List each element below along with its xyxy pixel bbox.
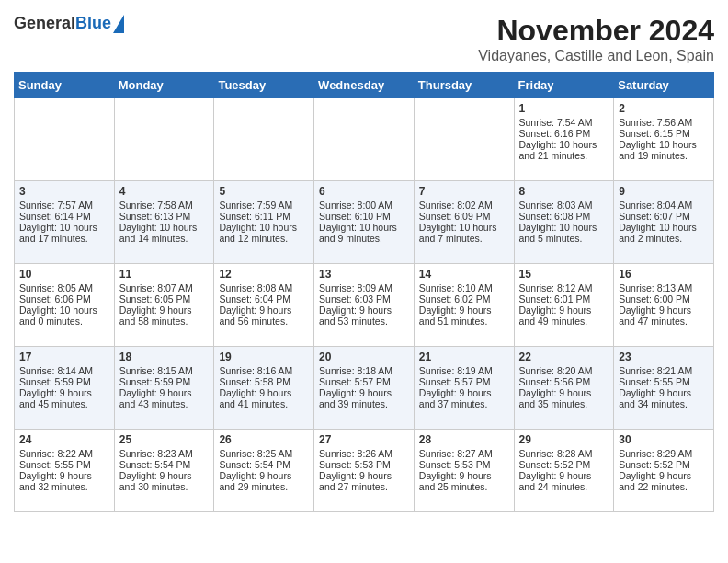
sunset-text: Sunset: 5:57 PM <box>419 376 509 387</box>
calendar-week-3: 10Sunrise: 8:05 AMSunset: 6:06 PMDayligh… <box>15 264 714 347</box>
sunrise-text: Sunrise: 8:03 AM <box>519 200 609 211</box>
col-thursday: Thursday <box>414 73 514 98</box>
sunrise-text: Sunrise: 8:19 AM <box>419 365 509 376</box>
sunrise-text: Sunrise: 8:27 AM <box>419 448 509 459</box>
logo-triangle-icon <box>113 15 124 33</box>
daylight-text: Daylight: 10 hours and 7 minutes. <box>419 222 509 244</box>
daylight-text: Daylight: 9 hours and 58 minutes. <box>119 304 210 327</box>
calendar-cell: 11Sunrise: 8:07 AMSunset: 6:05 PMDayligh… <box>114 264 214 347</box>
calendar-cell: 1Sunrise: 7:54 AMSunset: 6:16 PMDaylight… <box>514 98 614 181</box>
logo-text: GeneralBlue <box>14 14 111 33</box>
col-tuesday: Tuesday <box>214 73 314 98</box>
daylight-text: Daylight: 9 hours and 35 minutes. <box>519 387 609 409</box>
title-area: November 2024 Vidayanes, Castille and Le… <box>478 14 714 64</box>
sunset-text: Sunset: 5:59 PM <box>119 376 210 387</box>
sunrise-text: Sunrise: 8:29 AM <box>619 448 709 459</box>
sunset-text: Sunset: 5:53 PM <box>319 459 409 470</box>
logo-general: General <box>14 14 75 32</box>
calendar-cell: 10Sunrise: 8:05 AMSunset: 6:06 PMDayligh… <box>15 264 115 347</box>
daylight-text: Daylight: 9 hours and 39 minutes. <box>319 387 409 409</box>
sunrise-text: Sunrise: 8:14 AM <box>19 365 109 376</box>
calendar-cell: 28Sunrise: 8:27 AMSunset: 5:53 PMDayligh… <box>414 430 514 512</box>
calendar-cell: 25Sunrise: 8:23 AMSunset: 5:54 PMDayligh… <box>114 430 214 512</box>
day-number: 20 <box>319 350 409 363</box>
page-title: November 2024 <box>478 14 714 48</box>
calendar-cell: 23Sunrise: 8:21 AMSunset: 5:55 PMDayligh… <box>614 347 714 430</box>
sunrise-text: Sunrise: 7:59 AM <box>219 200 309 211</box>
sunrise-text: Sunrise: 7:57 AM <box>19 200 109 211</box>
sunrise-text: Sunrise: 8:00 AM <box>319 200 409 211</box>
sunset-text: Sunset: 5:54 PM <box>119 459 210 470</box>
calendar-cell: 26Sunrise: 8:25 AMSunset: 5:54 PMDayligh… <box>214 430 314 512</box>
sunrise-text: Sunrise: 8:16 AM <box>219 365 309 376</box>
day-number: 14 <box>419 268 509 281</box>
calendar-cell: 8Sunrise: 8:03 AMSunset: 6:08 PMDaylight… <box>514 181 614 264</box>
calendar-cell: 5Sunrise: 7:59 AMSunset: 6:11 PMDaylight… <box>214 181 314 264</box>
sunrise-text: Sunrise: 8:22 AM <box>19 448 109 459</box>
day-number: 27 <box>319 433 409 446</box>
daylight-text: Daylight: 9 hours and 27 minutes. <box>319 470 409 492</box>
sunset-text: Sunset: 6:15 PM <box>619 128 709 139</box>
sunset-text: Sunset: 6:11 PM <box>219 211 309 222</box>
daylight-text: Daylight: 9 hours and 43 minutes. <box>119 387 210 409</box>
calendar-cell <box>15 98 115 181</box>
sunrise-text: Sunrise: 8:25 AM <box>219 448 309 459</box>
calendar-cell: 16Sunrise: 8:13 AMSunset: 6:00 PMDayligh… <box>614 264 714 347</box>
day-number: 22 <box>519 350 609 363</box>
day-number: 16 <box>619 268 709 281</box>
day-number: 5 <box>219 185 309 198</box>
col-friday: Friday <box>514 73 614 98</box>
day-number: 8 <box>519 185 609 198</box>
daylight-text: Daylight: 9 hours and 53 minutes. <box>319 304 409 327</box>
calendar-cell: 24Sunrise: 8:22 AMSunset: 5:55 PMDayligh… <box>15 430 115 512</box>
calendar-cell <box>314 98 415 181</box>
sunrise-text: Sunrise: 8:07 AM <box>119 282 210 293</box>
calendar-cell <box>114 98 214 181</box>
col-wednesday: Wednesday <box>314 73 415 98</box>
sunset-text: Sunset: 5:53 PM <box>419 459 509 470</box>
day-number: 25 <box>119 433 210 446</box>
page-header: GeneralBlue November 2024 Vidayanes, Cas… <box>14 14 714 64</box>
day-number: 24 <box>19 433 109 446</box>
sunset-text: Sunset: 6:08 PM <box>519 211 609 222</box>
sunset-text: Sunset: 5:56 PM <box>519 376 609 387</box>
calendar-cell <box>214 98 314 181</box>
sunrise-text: Sunrise: 8:18 AM <box>319 365 409 376</box>
sunset-text: Sunset: 6:01 PM <box>519 293 609 304</box>
calendar-cell: 4Sunrise: 7:58 AMSunset: 6:13 PMDaylight… <box>114 181 214 264</box>
day-number: 15 <box>519 268 609 281</box>
daylight-text: Daylight: 10 hours and 14 minutes. <box>119 222 210 244</box>
calendar-cell: 9Sunrise: 8:04 AMSunset: 6:07 PMDaylight… <box>614 181 714 264</box>
calendar-cell: 27Sunrise: 8:26 AMSunset: 5:53 PMDayligh… <box>314 430 415 512</box>
day-number: 12 <box>219 268 309 281</box>
daylight-text: Daylight: 10 hours and 2 minutes. <box>619 222 709 244</box>
day-number: 10 <box>19 268 109 281</box>
day-number: 9 <box>619 185 709 198</box>
calendar-cell: 20Sunrise: 8:18 AMSunset: 5:57 PMDayligh… <box>314 347 415 430</box>
day-number: 3 <box>19 185 109 198</box>
sunset-text: Sunset: 5:52 PM <box>619 459 709 470</box>
sunrise-text: Sunrise: 8:23 AM <box>119 448 210 459</box>
sunrise-text: Sunrise: 8:28 AM <box>519 448 609 459</box>
sunset-text: Sunset: 6:14 PM <box>19 211 109 222</box>
sunset-text: Sunset: 6:10 PM <box>319 211 409 222</box>
calendar-cell: 13Sunrise: 8:09 AMSunset: 6:03 PMDayligh… <box>314 264 415 347</box>
day-number: 4 <box>119 185 210 198</box>
calendar-cell: 7Sunrise: 8:02 AMSunset: 6:09 PMDaylight… <box>414 181 514 264</box>
day-number: 28 <box>419 433 509 446</box>
sunset-text: Sunset: 6:05 PM <box>119 293 210 304</box>
sunrise-text: Sunrise: 8:04 AM <box>619 200 709 211</box>
col-saturday: Saturday <box>614 73 714 98</box>
calendar-cell: 14Sunrise: 8:10 AMSunset: 6:02 PMDayligh… <box>414 264 514 347</box>
daylight-text: Daylight: 9 hours and 24 minutes. <box>519 470 609 492</box>
daylight-text: Daylight: 9 hours and 41 minutes. <box>219 387 309 409</box>
daylight-text: Daylight: 10 hours and 17 minutes. <box>19 222 109 244</box>
sunrise-text: Sunrise: 8:15 AM <box>119 365 210 376</box>
calendar-cell: 22Sunrise: 8:20 AMSunset: 5:56 PMDayligh… <box>514 347 614 430</box>
sunrise-text: Sunrise: 8:02 AM <box>419 200 509 211</box>
daylight-text: Daylight: 10 hours and 21 minutes. <box>519 139 609 161</box>
calendar-cell: 29Sunrise: 8:28 AMSunset: 5:52 PMDayligh… <box>514 430 614 512</box>
calendar-cell: 19Sunrise: 8:16 AMSunset: 5:58 PMDayligh… <box>214 347 314 430</box>
day-number: 21 <box>419 350 509 363</box>
sunset-text: Sunset: 6:02 PM <box>419 293 509 304</box>
